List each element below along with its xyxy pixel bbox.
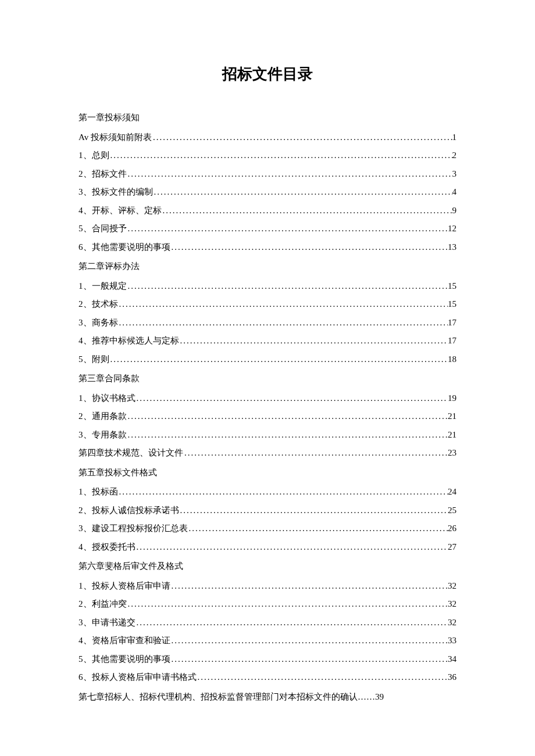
toc-entry-label: 1、投标函 [79,488,118,496]
toc-leader-dots [135,543,448,551]
toc-entry-label: 4、授权委托书 [79,543,135,551]
toc-entry-page: 17 [448,336,456,345]
toc-entry: 5、其他需要说明的事项34 [79,655,456,664]
toc-entry-page: 12 [448,224,456,233]
toc-entry-label: 3、申请书递交 [79,618,135,627]
toc-entry-label: 1、协议书格式 [79,394,135,403]
toc-entry: 6、其他需要说明的事项13 [79,243,456,252]
toc-entry-label: 2、利益冲突 [79,600,127,608]
toc-entry-label: 4、开标、评标、定标 [79,206,162,215]
toc-entry-page: 4 [452,188,457,196]
toc-entry-label: 5、附则 [79,355,109,364]
toc-entry-page: 25 [448,506,456,515]
toc-leader-dots [118,488,448,496]
toc-entry-page: 26 [448,524,456,533]
toc-entry-label: 第四章技术规范、设计文件 [79,449,183,457]
toc-entry-page: 36 [448,673,456,682]
toc-entry-page: 17 [448,318,456,327]
toc-entry-label: 4、推荐中标候选人与定标 [79,336,179,345]
toc-entry-page: 1 [452,133,457,142]
toc-heading: 第七章招标人、招标代理机构、招投标监督管理部门对本招标文件的确认……39 [79,691,456,703]
toc-entry: 1、协议书格式19 [79,394,456,403]
toc-leader-dots [135,394,448,403]
toc-entry: 2、技术标15 [79,300,456,309]
toc-entry: Av 投标须知前附表1 [79,133,456,142]
toc-entry-label: Av 投标须知前附表 [79,133,152,142]
table-of-contents: 第一章投标须知Av 投标须知前附表11、总则22、招标文件33、投标文件的编制4… [79,112,456,703]
toc-entry-page: 24 [448,488,456,496]
toc-leader-dots [109,151,452,160]
toc-entry: 2、通用条款21 [79,412,456,421]
toc-entry-page: 34 [448,655,456,664]
toc-leader-dots [197,673,448,682]
toc-entry: 3、商务标17 [79,318,456,327]
toc-entry: 2、利益冲突32 [79,600,456,608]
toc-entry-label: 6、其他需要说明的事项 [79,243,170,252]
toc-leader-dots [170,582,448,590]
toc-entry: 6、投标人资格后审申请书格式36 [79,673,456,682]
toc-leader-dots [183,449,448,457]
toc-entry: 3、建设工程投标报价汇总表26 [79,524,456,533]
toc-entry-page: 21 [448,412,456,421]
toc-entry: 2、招标文件3 [79,170,456,178]
toc-entry-page: 15 [448,282,456,291]
toc-entry: 4、授权委托书27 [79,543,456,551]
toc-entry-page: 19 [448,394,456,403]
toc-entry: 1、总则2 [79,151,456,160]
toc-entry-label: 2、招标文件 [79,170,127,178]
toc-entry: 4、资格后审审查和验证33 [79,636,456,645]
toc-entry-label: 1、一般规定 [79,282,127,291]
toc-entry-page: 9 [452,206,457,215]
toc-leader-dots [127,412,448,421]
toc-leader-dots [170,636,448,645]
toc-leader-dots [127,170,452,178]
toc-entry-page: 32 [448,618,456,627]
toc-entry: 1、投标人资格后审申请32 [79,582,456,590]
toc-entry: 3、申请书递交32 [79,618,456,627]
toc-leader-dots [162,206,452,215]
toc-entry: 4、推荐中标候选人与定标17 [79,336,456,345]
toc-entry-page: 27 [448,543,456,551]
toc-leader-dots [109,355,448,364]
toc-leader-dots [153,188,452,196]
toc-leader-dots [127,431,448,439]
toc-entry-page: 32 [448,600,456,608]
toc-entry: 3、投标文件的编制4 [79,188,456,196]
toc-heading: 第五章投标文件格式 [79,467,456,478]
toc-leader-dots [179,506,448,515]
toc-entry: 1、投标函24 [79,488,456,496]
toc-leader-dots [170,243,448,252]
toc-leader-dots [179,336,448,345]
toc-entry-label: 2、通用条款 [79,412,127,421]
toc-entry-label: 4、资格后审审查和验证 [79,636,170,645]
document-title: 招标文件目录 [79,64,456,84]
toc-heading: 第一章投标须知 [79,112,456,123]
toc-leader-dots [127,224,448,233]
toc-entry-label: 3、建设工程投标报价汇总表 [79,524,188,533]
toc-leader-dots [152,133,452,142]
toc-entry-page: 21 [448,431,456,439]
toc-entry-label: 5、合同授予 [79,224,127,233]
toc-entry: 5、合同授予12 [79,224,456,233]
toc-entry-page: 18 [448,355,456,364]
toc-entry-label: 1、投标人资格后审申请 [79,582,170,590]
toc-leader-dots [188,524,448,533]
toc-entry: 2、投标人诚信投标承诺书25 [79,506,456,515]
toc-entry: 第四章技术规范、设计文件23 [79,449,456,457]
toc-entry-page: 33 [448,636,456,645]
toc-leader-dots [127,282,448,291]
toc-entry-label: 2、投标人诚信投标承诺书 [79,506,179,515]
toc-leader-dots [127,600,448,608]
toc-entry-page: 23 [448,449,456,457]
toc-entry: 3、专用条款21 [79,431,456,439]
toc-heading: 第六章斐格后审文件及格式 [79,561,456,572]
toc-leader-dots [118,318,448,327]
toc-entry-label: 3、投标文件的编制 [79,188,153,196]
toc-entry-label: 1、总则 [79,151,109,160]
toc-leader-dots [170,655,448,664]
toc-entry-label: 6、投标人资格后审申请书格式 [79,673,197,682]
toc-entry-page: 15 [448,300,456,309]
toc-leader-dots [135,618,448,627]
toc-entry-page: 13 [448,243,456,252]
toc-entry-page: 3 [452,170,457,178]
